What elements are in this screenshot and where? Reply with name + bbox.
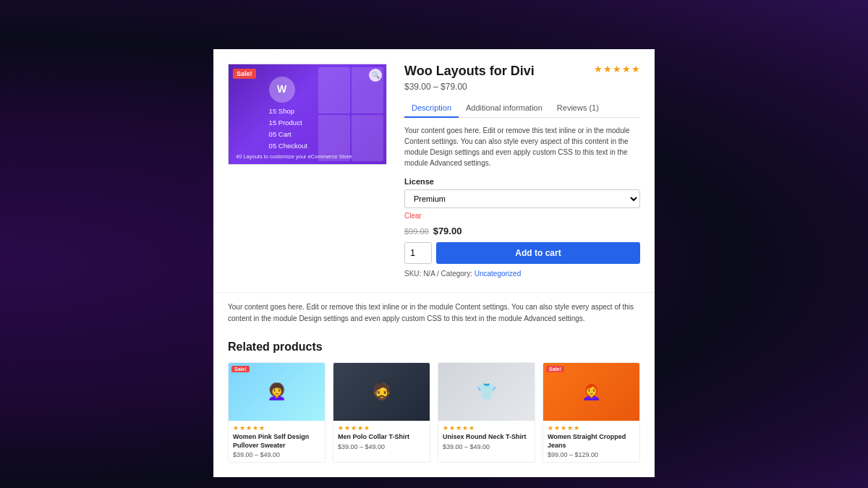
c4s5: ★ — [574, 424, 579, 432]
related-card-4-stars: ★ ★ ★ ★ ★ — [548, 424, 635, 432]
c2s4: ★ — [357, 424, 363, 432]
description-text: Your content goes here. Edit or remove t… — [404, 125, 640, 168]
related-card-2-info: ★ ★ ★ ★ ★ Men Polo Collar T-Shirt $39.00… — [333, 421, 430, 454]
related-card-1-image: Sale! 👩‍🦱 — [229, 363, 325, 421]
category-label: Category: — [441, 270, 472, 278]
star-1: ★ — [594, 64, 603, 74]
c4s4: ★ — [567, 424, 573, 432]
related-card-3[interactable]: 👕 ★ ★ ★ ★ ★ Unisex Round Neck T-Shirt $3… — [438, 362, 535, 463]
add-to-cart-button[interactable]: Add to cart — [436, 242, 640, 264]
c1s3: ★ — [246, 424, 252, 432]
related-card-2-name: Men Polo Collar T-Shirt — [338, 433, 425, 442]
related-card-1-stars: ★ ★ ★ ★ ★ — [233, 424, 320, 432]
related-card-2-price: $39.00 – $49.00 — [338, 443, 425, 450]
related-card-1-sale: Sale! — [231, 366, 250, 372]
related-card-4-price: $99.00 – $129.00 — [548, 451, 635, 458]
quantity-input[interactable] — [404, 242, 432, 264]
tab-additional-info[interactable]: Additional information — [459, 99, 550, 118]
new-price: $79.00 — [433, 226, 462, 236]
tab-description[interactable]: Description — [404, 99, 459, 118]
related-card-3-model: 👕 — [438, 363, 535, 421]
related-grid: Sale! 👩‍🦱 ★ ★ ★ ★ ★ Women Pink Self Desi… — [228, 362, 640, 463]
image-line-1: 15 Shop — [269, 106, 294, 117]
woo-logo: W — [269, 77, 295, 103]
product-image-bg: Sale! 🔍 W 15 Shop 15 Product 05 Cart 05 … — [229, 64, 386, 164]
image-line-3: 05 Cart — [269, 129, 292, 140]
product-tabs: Description Additional information Revie… — [404, 99, 640, 118]
description-full: Your content goes here. Edit or remove t… — [213, 292, 655, 333]
license-label: License — [404, 177, 640, 186]
product-detail-col: Woo Layouts for Divi ★ ★ ★ ★ ★ $39.00 – … — [404, 64, 640, 278]
c2s3: ★ — [351, 424, 357, 432]
category-link[interactable]: Uncategorized — [475, 270, 521, 278]
sku-label: SKU: — [404, 270, 421, 278]
c3s3: ★ — [456, 424, 461, 432]
related-title: Related products — [228, 341, 640, 354]
related-card-4-name: Women Straight Cropped Jeans — [548, 433, 635, 450]
old-price: $99.00 — [404, 227, 429, 236]
c3s1: ★ — [443, 424, 448, 432]
related-card-2[interactable]: 🧔 ★ ★ ★ ★ ★ Men Polo Collar T-Shirt $39.… — [333, 362, 430, 463]
tab-reviews[interactable]: Reviews (1) — [550, 99, 606, 118]
star-4: ★ — [622, 64, 631, 74]
c1s5: ★ — [259, 424, 265, 432]
c1s2: ★ — [239, 424, 245, 432]
c2s5: ★ — [364, 424, 370, 432]
product-stars: ★ ★ ★ ★ ★ — [594, 64, 640, 74]
related-card-4-image: Sale! 👩‍🦰 — [543, 363, 639, 421]
star-2: ★ — [603, 64, 612, 74]
c1s4: ★ — [252, 424, 258, 432]
related-card-4[interactable]: Sale! 👩‍🦰 ★ ★ ★ ★ ★ Women Straight Cropp… — [542, 362, 640, 463]
product-title: Woo Layouts for Divi — [404, 64, 535, 79]
related-card-4-sale: Sale! — [546, 366, 564, 372]
clear-link[interactable]: Clear — [404, 212, 640, 220]
c4s1: ★ — [548, 424, 553, 432]
thumb-2 — [352, 67, 383, 114]
related-section: Related products Sale! 👩‍🦱 ★ ★ ★ ★ ★ Wo — [213, 333, 655, 477]
c2s1: ★ — [338, 424, 344, 432]
related-card-1[interactable]: Sale! 👩‍🦱 ★ ★ ★ ★ ★ Women Pink Self Desi… — [228, 362, 326, 463]
c3s5: ★ — [469, 424, 475, 432]
related-card-1-name: Women Pink Self Design Pullover Sweater — [233, 433, 320, 450]
star-3: ★ — [613, 64, 621, 74]
thumb-1 — [318, 67, 350, 114]
c4s2: ★ — [554, 424, 560, 432]
related-card-3-name: Unisex Round Neck T-Shirt — [443, 433, 530, 442]
product-image-col: Sale! 🔍 W 15 Shop 15 Product 05 Cart 05 … — [228, 64, 387, 278]
sku-info: SKU: N/A / Category: Uncategorized — [404, 270, 640, 278]
price-row: $99.00 $79.00 — [404, 226, 640, 236]
image-line-4: 05 Checkout — [269, 140, 307, 152]
related-card-2-image: 🧔 — [333, 363, 430, 421]
related-card-2-model: 🧔 — [333, 363, 430, 421]
cart-row: Add to cart — [404, 242, 640, 264]
license-select[interactable]: Premium Standard Extended — [404, 189, 640, 208]
image-bottom-text: 40 Layouts to customize your eCommerce S… — [236, 153, 352, 160]
related-card-4-info: ★ ★ ★ ★ ★ Women Straight Cropped Jeans $… — [543, 421, 639, 462]
c3s2: ★ — [449, 424, 455, 432]
woo-image-right — [315, 64, 386, 164]
related-card-1-price: $39.00 – $49.00 — [233, 451, 320, 458]
sku-value: N/A — [423, 270, 435, 278]
c2s2: ★ — [344, 424, 350, 432]
related-card-3-image: 👕 — [438, 363, 535, 421]
description-full-text: Your content goes here. Edit or remove t… — [228, 301, 640, 325]
c4s3: ★ — [561, 424, 566, 432]
related-card-2-stars: ★ ★ ★ ★ ★ — [338, 424, 425, 432]
related-card-1-info: ★ ★ ★ ★ ★ Women Pink Self Design Pullove… — [229, 421, 325, 462]
c1s1: ★ — [233, 424, 239, 432]
related-card-3-stars: ★ ★ ★ ★ ★ — [443, 424, 530, 432]
related-card-3-info: ★ ★ ★ ★ ★ Unisex Round Neck T-Shirt $39.… — [438, 421, 535, 454]
page-container: Sale! 🔍 W 15 Shop 15 Product 05 Cart 05 … — [213, 49, 655, 477]
related-card-3-price: $39.00 – $49.00 — [443, 443, 530, 450]
c3s4: ★ — [462, 424, 468, 432]
product-section: Sale! 🔍 W 15 Shop 15 Product 05 Cart 05 … — [213, 49, 655, 292]
product-image-wrapper: Sale! 🔍 W 15 Shop 15 Product 05 Cart 05 … — [228, 64, 387, 165]
star-5: ★ — [631, 64, 640, 74]
sale-badge: Sale! — [233, 69, 256, 79]
thumb-4 — [352, 115, 383, 161]
price-range: $39.00 – $79.00 — [404, 82, 640, 92]
image-line-2: 15 Product — [269, 117, 302, 129]
